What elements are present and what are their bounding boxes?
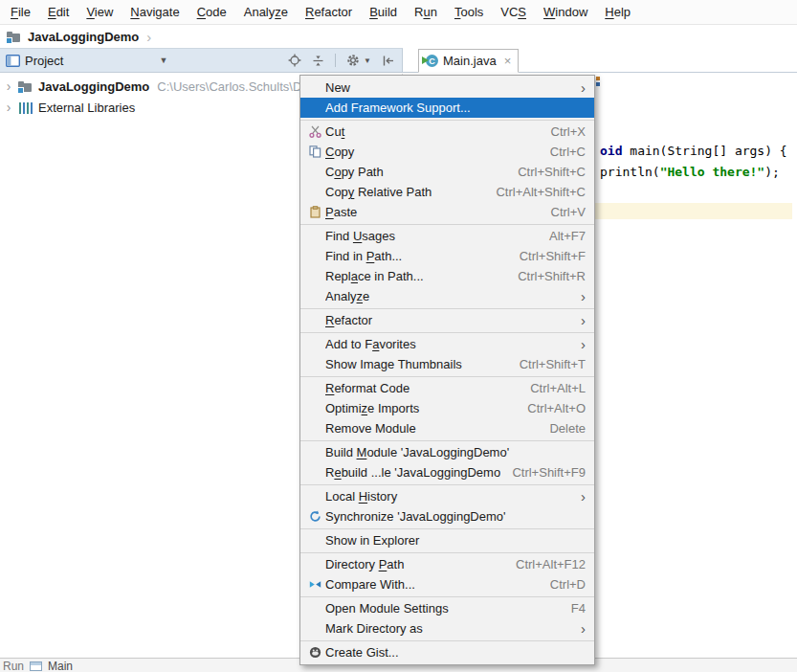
scissors-icon [305,125,325,138]
context-menu-item-find-in-path[interactable]: Find in Path...Ctrl+Shift+F [300,246,594,266]
context-menu-item-reformat-code[interactable]: Reformat CodeCtrl+Alt+L [300,378,594,398]
menu-item-label: Synchronize 'JavaLoggingDemo' [325,509,586,524]
toolbar-separator [335,54,336,67]
menu-item-label: Paste [325,205,540,219]
context-menu-item-copy[interactable]: CopyCtrl+C [300,142,594,162]
menu-separator [300,596,594,597]
menubar-item-refactor[interactable]: Refactor [297,5,361,19]
menubar-item-vcs[interactable]: VCS [492,5,535,19]
menu-item-label: Open Module Settings [325,601,560,616]
menu-item-shortcut: F4 [571,601,586,616]
menu-item-shortcut: Ctrl+Alt+O [527,401,586,415]
context-menu-item-add-framework-support[interactable]: Add Framework Support... [300,98,594,118]
menu-item-label: Find in Path... [325,249,508,263]
menu-item-shortcut: Ctrl+X [551,124,586,139]
menubar-item-help[interactable]: Help [596,5,639,19]
menu-item-label: Directory Path [325,557,504,571]
menu-item-label: Replace in Path... [325,269,506,283]
menubar-item-window[interactable]: Window [535,5,596,19]
chevron-right-icon[interactable]: › [4,78,13,94]
context-menu-item-remove-module[interactable]: Remove ModuleDelete [300,418,594,438]
gist-icon [305,646,325,659]
paste-icon [305,206,325,218]
menu-item-label: Add Framework Support... [325,101,586,115]
context-menu-item-new[interactable]: New› [300,78,594,98]
context-menu-item-copy-path[interactable]: Copy PathCtrl+Shift+C [300,162,594,182]
menu-item-label: Rebuild ...le 'JavaLoggingDemo' [325,465,500,480]
menubar-item-file[interactable]: File [2,5,39,19]
menu-item-label: Create Gist... [325,645,586,660]
context-menu-item-local-history[interactable]: Local History› [300,486,594,506]
context-menu-item-synchronize-javaloggingdemo[interactable]: Synchronize 'JavaLoggingDemo' [300,506,594,526]
menubar-item-analyze[interactable]: Analyze [235,5,297,19]
project-panel-title[interactable]: Project [25,54,63,68]
project-tool-window-icon[interactable] [6,55,20,67]
code-fragment [596,77,600,86]
context-menu-item-mark-directory-as[interactable]: Mark Directory as› [300,618,594,638]
menu-item-label: Copy [325,145,539,159]
menu-separator [300,440,594,441]
menu-item-shortcut: Ctrl+Shift+C [518,165,586,179]
context-menu-item-paste[interactable]: PasteCtrl+V [300,202,594,222]
tree-item-label[interactable]: JavaLoggingDemo [38,79,149,94]
context-menu-item-analyze[interactable]: Analyze› [300,286,594,306]
menu-item-label: Show Image Thumbnails [325,357,508,371]
menubar-item-edit[interactable]: Edit [39,5,77,19]
context-menu-item-open-module-settings[interactable]: Open Module SettingsF4 [300,598,594,618]
close-icon[interactable]: × [504,54,512,68]
context-menu-item-copy-relative-path[interactable]: Copy Relative PathCtrl+Alt+Shift+C [300,182,594,202]
run-toolwindow-label[interactable]: Run [3,660,24,672]
menu-separator [300,484,594,485]
context-menu-item-show-in-explorer[interactable]: Show in Explorer [300,530,594,550]
context-menu-item-add-to-favorites[interactable]: Add to Favorites› [300,334,594,354]
context-menu-item-compare-with[interactable]: Compare With...Ctrl+D [300,574,594,594]
menubar-item-run[interactable]: Run [406,5,446,19]
chevron-right-icon: › [146,29,151,45]
code-line: oid main(String[] args) { [600,141,787,162]
menu-separator [300,308,594,309]
menubar-item-view[interactable]: View [77,5,122,19]
menu-item-shortcut: Ctrl+Alt+L [530,381,586,395]
menubar-item-navigate[interactable]: Navigate [122,5,188,19]
menubar: FileEditViewNavigateCodeAnalyzeRefactorB… [0,0,797,25]
menu-separator [300,376,594,377]
context-menu-item-show-image-thumbnails[interactable]: Show Image ThumbnailsCtrl+Shift+T [300,354,594,374]
locate-icon[interactable] [288,54,301,67]
project-panel-toolbar: ▼ [288,54,394,67]
run-config-label[interactable]: Main [48,660,73,672]
context-menu-item-rebuild-le-javaloggingdemo[interactable]: Rebuild ...le 'JavaLoggingDemo'Ctrl+Shif… [300,462,594,482]
settings-gear-icon[interactable] [346,54,360,67]
intellij-window: FileEditViewNavigateCodeAnalyzeRefactorB… [0,0,797,672]
menubar-item-build[interactable]: Build [361,5,406,19]
java-class-icon: C [426,55,438,67]
menu-item-label: Mark Directory as [325,621,569,636]
context-menu-item-build-module-javaloggingdemo[interactable]: Build Module 'JavaLoggingDemo' [300,442,594,462]
menu-item-label: Optimize Imports [325,401,516,415]
hide-panel-icon[interactable] [382,55,394,67]
breadcrumb-module[interactable]: JavaLoggingDemo [28,30,139,44]
collapse-all-icon[interactable] [312,55,324,67]
context-menu-item-optimize-imports[interactable]: Optimize ImportsCtrl+Alt+O [300,398,594,418]
chevron-down-icon: ▼ [364,56,371,65]
chevron-down-icon[interactable]: ▼ [159,56,167,65]
menubar-item-code[interactable]: Code [188,5,235,19]
context-menu-item-create-gist[interactable]: Create Gist... [300,642,594,662]
context-menu-item-refactor[interactable]: Refactor› [300,310,594,330]
menu-item-shortcut: Ctrl+Alt+F12 [516,557,586,571]
context-menu-item-cut[interactable]: CutCtrl+X [300,122,594,142]
tree-item-label[interactable]: External Libraries [38,101,135,115]
module-folder-icon [18,80,33,93]
code-area[interactable]: oid main(String[] args) {println("Hello … [600,141,787,183]
menu-item-shortcut: Ctrl+Alt+Shift+C [496,185,586,199]
tab-main-java[interactable]: C Main.java × [418,49,519,73]
context-menu-item-find-usages[interactable]: Find UsagesAlt+F7 [300,226,594,246]
menu-item-label: Analyze [325,289,569,303]
menubar-item-tools[interactable]: Tools [446,5,492,19]
libraries-icon [18,101,33,114]
context-menu-item-replace-in-path[interactable]: Replace in Path...Ctrl+Shift+R [300,266,594,286]
chevron-right-icon[interactable]: › [4,100,13,115]
context-menu-item-directory-path[interactable]: Directory PathCtrl+Alt+F12 [300,554,594,574]
menu-item-label: Show in Explorer [325,533,586,548]
code-line: println("Hello there!"); [600,162,787,183]
menu-item-label: Refactor [325,313,569,327]
